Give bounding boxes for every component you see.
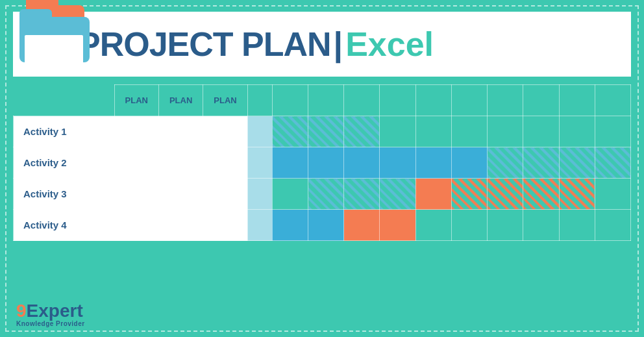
- plan-cell-1-1: [114, 116, 158, 147]
- bar-4-5: [415, 210, 451, 241]
- bar-1-7: [488, 116, 523, 147]
- bar-1-1: [272, 116, 308, 147]
- bar-2-7: [488, 147, 523, 179]
- bar-1-5: [415, 116, 451, 147]
- header-c2: [308, 85, 344, 116]
- bar-1-8: [523, 116, 559, 147]
- bar-2-5: [415, 147, 451, 179]
- grad-2: [247, 147, 272, 179]
- bar-3-8: [523, 179, 559, 210]
- header-c9: [559, 85, 595, 116]
- bar-2-4: [380, 147, 415, 179]
- bar-4-3: [344, 210, 380, 241]
- main-content: PLAN PLAN PLAN Activity 1: [13, 84, 631, 241]
- header-c8: [523, 85, 559, 116]
- bar-3-5: [415, 179, 451, 210]
- bar-1-3: [344, 116, 380, 147]
- activity-label-2: Activity 2: [14, 147, 115, 179]
- bar-4-2: [308, 210, 344, 241]
- gantt-header-row: PLAN PLAN PLAN: [14, 85, 631, 116]
- header-empty: [14, 85, 115, 116]
- bar-2-8: [523, 147, 559, 179]
- bar-1-4: [380, 116, 415, 147]
- title-bold: PROJECT PLAN: [78, 25, 331, 64]
- bar-1-6: [451, 116, 487, 147]
- logo-area: 9 Expert Knowledge Provider: [16, 301, 85, 327]
- bar-3-9: [559, 179, 595, 210]
- bar-3-1: [272, 179, 308, 210]
- activity-row-1: Activity 1: [14, 116, 631, 147]
- plan-cell-1-2: [158, 116, 203, 147]
- bar-4-4: [380, 210, 415, 241]
- header-plan1: PLAN: [114, 85, 158, 116]
- title-text: PROJECT PLAN | Excel: [78, 25, 434, 64]
- bar-4-7: [488, 210, 523, 241]
- plan-cell-1-3: [203, 116, 247, 147]
- plan-cell-4-1: [114, 210, 158, 241]
- bar-4-9: [559, 210, 595, 241]
- plan-cell-2-2: [158, 147, 203, 179]
- plan-cell-4-3: [203, 210, 247, 241]
- logo-text: Expert: [27, 301, 83, 321]
- bar-3-3: [344, 179, 380, 210]
- bar-2-3: [344, 147, 380, 179]
- bar-2-1: [272, 147, 308, 179]
- bar-4-8: [523, 210, 559, 241]
- logo-subtitle: Knowledge Provider: [16, 320, 85, 327]
- bar-3-4: [380, 179, 415, 210]
- grad-1: [247, 116, 272, 147]
- bar-2-6: [451, 147, 487, 179]
- activity-row-4: Activity 4: [14, 210, 631, 241]
- bar-3-6: [451, 179, 487, 210]
- bar-3-7: [488, 179, 523, 210]
- activity-label-1: Activity 1: [14, 116, 115, 147]
- header-c5: [415, 85, 451, 116]
- folder-icon: [19, 5, 97, 70]
- bar-2-2: [308, 147, 344, 179]
- header-plan3: PLAN: [203, 85, 247, 116]
- plan-cell-3-2: [158, 179, 203, 210]
- header-c3: [344, 85, 380, 116]
- folder-front: [19, 17, 90, 62]
- header-c4: [380, 85, 415, 116]
- bar-1-9: [559, 116, 595, 147]
- header-c7: [488, 85, 523, 116]
- activity-label-4: Activity 4: [14, 210, 115, 241]
- logo-number: 9: [16, 301, 27, 321]
- title-excel: Excel: [345, 25, 434, 64]
- bar-2-10: [595, 147, 630, 179]
- header-section: PROJECT PLAN | Excel: [13, 12, 631, 77]
- plan-cell-2-3: [203, 147, 247, 179]
- plan-cell-4-2: [158, 210, 203, 241]
- bar-1-10: [595, 116, 630, 147]
- activity-row-2: Activity 2: [14, 147, 631, 179]
- activity-row-3: Activity 3: [14, 179, 631, 210]
- logo-main: 9 Expert: [16, 301, 83, 321]
- header-c10: [595, 85, 630, 116]
- bar-4-10: [595, 210, 630, 241]
- folder-inner: [25, 35, 83, 69]
- header-c1: [272, 85, 308, 116]
- bar-3-2: [308, 179, 344, 210]
- grad-4: [247, 210, 272, 241]
- activity-label-3: Activity 3: [14, 179, 115, 210]
- title-pipe: |: [334, 25, 343, 64]
- bar-1-2: [308, 116, 344, 147]
- gantt-table: PLAN PLAN PLAN Activity 1: [13, 84, 631, 241]
- bar-3-10: [595, 179, 630, 210]
- grad-3: [247, 179, 272, 210]
- bar-2-9: [559, 147, 595, 179]
- plan-cell-3-3: [203, 179, 247, 210]
- bar-4-6: [451, 210, 487, 241]
- plan-cell-3-1: [114, 179, 158, 210]
- header-c6: [451, 85, 487, 116]
- bar-4-1: [272, 210, 308, 241]
- plan-cell-2-1: [114, 147, 158, 179]
- header-spacer: [247, 85, 272, 116]
- header-plan2: PLAN: [158, 85, 203, 116]
